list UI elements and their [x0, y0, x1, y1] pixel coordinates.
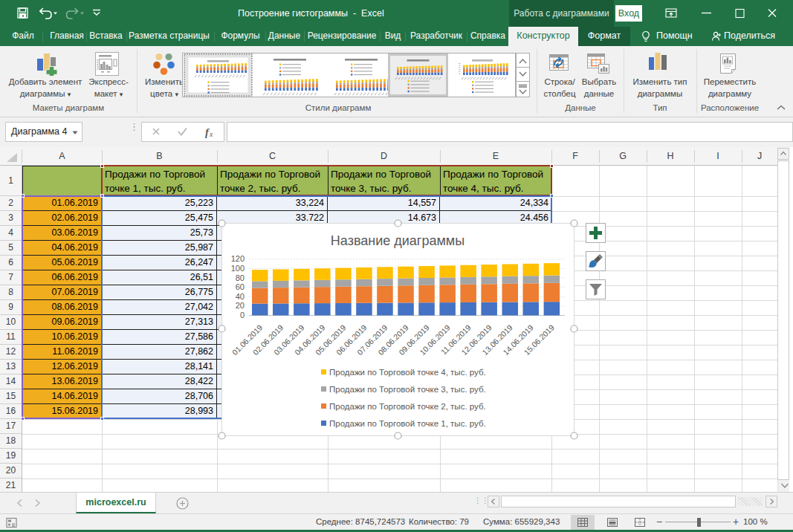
- svg-text:120: 120: [231, 254, 245, 263]
- svg-text:Название диаграммы: Название диаграммы: [331, 233, 465, 248]
- svg-text:x: x: [209, 130, 213, 138]
- svg-text:80: 80: [236, 273, 245, 282]
- svg-text:Продажи по Торговой точке 3, т: Продажи по Торговой точке 3, тыс. руб.: [329, 385, 486, 394]
- svg-text:40: 40: [236, 292, 245, 301]
- svg-text:Продажи по Торговой точке 4, т: Продажи по Торговой точке 4, тыс. руб.: [329, 368, 486, 377]
- svg-text:Продажи по Торговой точке 1, т: Продажи по Торговой точке 1, тыс. руб.: [329, 419, 486, 428]
- svg-text:60: 60: [236, 282, 245, 291]
- svg-text:0: 0: [240, 311, 245, 319]
- svg-text:Продажи по Торговой точке 2, т: Продажи по Торговой точке 2, тыс. руб.: [329, 402, 486, 411]
- svg-text:20: 20: [236, 301, 245, 310]
- svg-text:100: 100: [231, 264, 245, 273]
